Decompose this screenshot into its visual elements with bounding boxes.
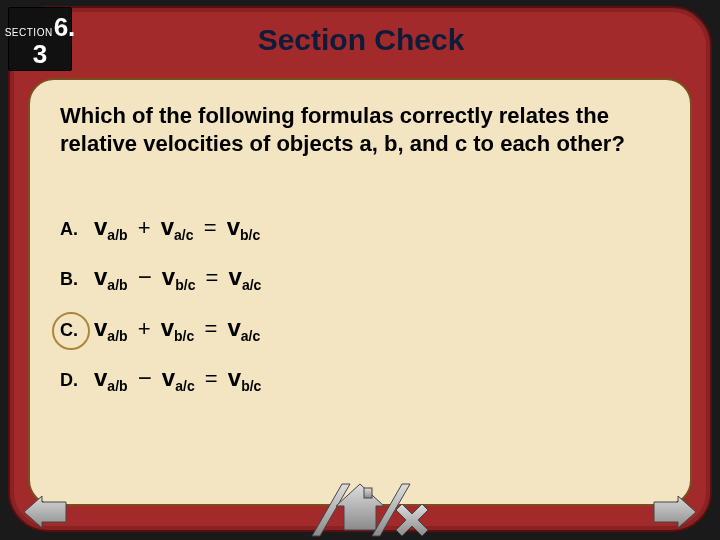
close-x-icon[interactable] — [396, 504, 428, 536]
prev-button[interactable] — [22, 494, 68, 530]
content-panel: Which of the following formulas correctl… — [28, 78, 692, 506]
slide-title: Section Check — [72, 23, 710, 57]
option-letter: B. — [60, 269, 94, 290]
slide-root: SECTION 6. 3 Section Check Which of the … — [0, 0, 720, 540]
arrow-right-icon — [652, 494, 698, 530]
option-formula: va/b + vb/c = va/c — [94, 314, 260, 344]
option-letter: C. — [60, 320, 94, 341]
option-formula: va/b − vb/c = va/c — [94, 263, 261, 293]
nav-center — [280, 478, 440, 540]
options-list: A. va/b + va/c = vb/c B. va/b − vb/c — [60, 213, 660, 395]
header-bar: SECTION 6. 3 Section Check — [10, 8, 710, 72]
option-letter: A. — [60, 219, 94, 240]
option-a[interactable]: A. va/b + va/c = vb/c — [60, 213, 660, 243]
outer-frame: SECTION 6. 3 Section Check Which of the … — [8, 6, 712, 532]
option-formula: va/b − va/c = vb/c — [94, 364, 261, 394]
section-sub: 3 — [33, 43, 47, 66]
section-badge: SECTION 6. 3 — [8, 7, 72, 71]
option-d[interactable]: D. va/b − va/c = vb/c — [60, 364, 660, 394]
svg-marker-0 — [24, 496, 66, 528]
question-text: Which of the following formulas correctl… — [60, 102, 660, 157]
svg-rect-3 — [364, 488, 372, 498]
section-label: SECTION — [5, 27, 53, 38]
option-letter: D. — [60, 370, 94, 391]
svg-marker-5 — [654, 496, 696, 528]
arrow-left-icon — [22, 494, 68, 530]
next-button[interactable] — [652, 494, 698, 530]
option-b[interactable]: B. va/b − vb/c = va/c — [60, 263, 660, 293]
option-formula: va/b + va/c = vb/c — [94, 213, 260, 243]
option-c[interactable]: C. va/b + vb/c = va/c — [60, 314, 660, 344]
